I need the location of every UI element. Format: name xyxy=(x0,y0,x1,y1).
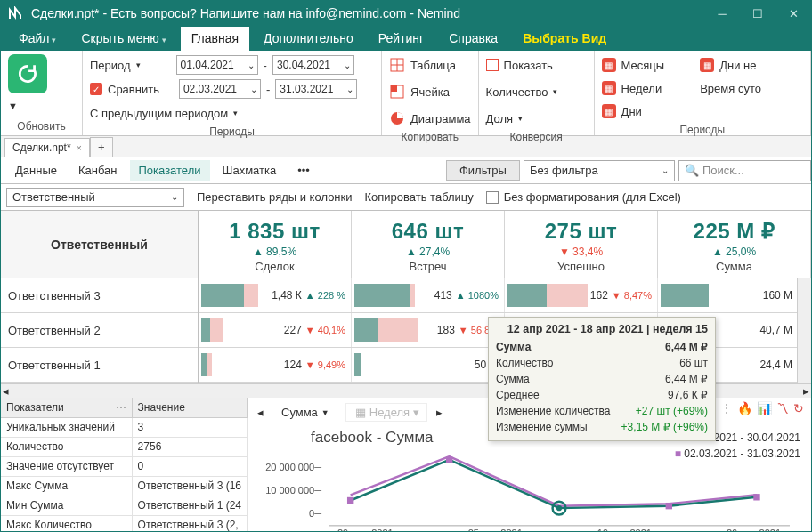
stat-label: Количество xyxy=(1,438,133,457)
toolbar-row: Ответственный⌄ Переставить ряды и колонк… xyxy=(1,184,811,211)
period-months[interactable]: ▦Месяцы xyxy=(602,54,665,76)
table-cell[interactable]: 162▼ 8,47% xyxy=(505,278,658,312)
period-label: Период xyxy=(90,59,131,72)
ribbon: ▼ Обновить Период▾ 01.04.2021⌄ - 30.04.2… xyxy=(1,51,811,136)
subtab-data[interactable]: Данные xyxy=(6,160,66,181)
svg-rect-12 xyxy=(753,494,759,500)
chart-refresh-icon[interactable]: ↻ xyxy=(793,401,804,415)
copy-cell[interactable]: Ячейка xyxy=(389,81,450,102)
chart-wave-icon[interactable]: 〽 xyxy=(776,401,789,415)
table-cell[interactable]: 183▼ 56,8% xyxy=(352,313,505,347)
svg-rect-8 xyxy=(446,456,452,463)
calendar-icon: ▦ xyxy=(602,81,616,95)
add-tab-button[interactable]: + xyxy=(90,137,113,157)
metric-header[interactable]: 275 шт▼ 33,4%Успешно xyxy=(505,211,658,278)
stat-label: Макс Количество xyxy=(1,516,133,532)
subtab-chess[interactable]: Шахматка xyxy=(214,160,286,181)
conv-share[interactable]: Доля▾ xyxy=(486,108,524,129)
refresh-icon[interactable] xyxy=(8,54,47,93)
date-from-1[interactable]: 01.04.2021⌄ xyxy=(176,55,258,75)
metric-header[interactable]: 1 835 шт▲ 89,5%Сделок xyxy=(199,211,352,278)
menu-file[interactable]: Файл xyxy=(8,27,67,51)
close-button[interactable]: ✕ xyxy=(775,1,811,26)
period-days[interactable]: ▦Дни xyxy=(602,101,665,122)
tooltip-title: 12 апр 2021 - 18 апр 2021 | неделя 15 xyxy=(496,323,708,335)
search-input[interactable]: 🔍Поиск... xyxy=(678,160,811,181)
chart-opt-icon[interactable]: ⋮ xyxy=(720,401,733,415)
period-days-week[interactable]: ▦Дни не xyxy=(700,54,761,76)
with-prev-label[interactable]: С предыдущим периодом xyxy=(90,107,228,120)
calendar-icon: ▦ xyxy=(602,58,616,72)
maximize-button[interactable]: ☐ xyxy=(740,1,775,26)
chart-svg xyxy=(329,451,790,528)
table-row: 1,48 К▲ 228 %413▲ 1080%162▼ 8,47%160 М▲ xyxy=(199,278,811,313)
metric-header[interactable]: 646 шт▲ 27,4%Встреч xyxy=(352,211,505,278)
conv-show[interactable]: Показать xyxy=(486,54,553,76)
dimension-select[interactable]: Ответственный⌄ xyxy=(6,188,184,207)
copy-table-btn[interactable]: Копировать таблицу xyxy=(364,190,473,204)
svg-rect-4 xyxy=(391,85,397,92)
subtab-kanban[interactable]: Канбан xyxy=(69,160,126,181)
conv-qty[interactable]: Количество▾ xyxy=(486,81,558,102)
menu-hide[interactable]: Скрыть меню xyxy=(70,27,176,51)
menu-extra[interactable]: Дополнительно xyxy=(253,27,364,51)
subtab-metrics[interactable]: Показатели xyxy=(130,160,210,181)
no-format-checkbox[interactable] xyxy=(486,191,499,204)
table-cell[interactable]: 413▲ 1080% xyxy=(352,278,505,312)
copy-chart[interactable]: Диаграмма xyxy=(389,108,471,129)
menu-rating[interactable]: Рейтинг xyxy=(368,27,434,51)
date-to-1[interactable]: 30.04.2021⌄ xyxy=(272,55,354,75)
chart-bar-icon[interactable]: 📊 xyxy=(757,401,772,415)
svg-rect-11 xyxy=(666,503,672,509)
more-icon[interactable]: ⋯ xyxy=(116,401,126,414)
row-label[interactable]: Ответственный 2 xyxy=(1,313,198,348)
copy-group-label: Копировать xyxy=(382,129,478,146)
table-cell[interactable]: 1,48 К▲ 228 % xyxy=(199,278,352,312)
date-from-2[interactable]: 02.03.2021⌄ xyxy=(179,79,261,99)
compare-checkbox[interactable]: ✓ xyxy=(90,83,102,95)
swap-rows-cols[interactable]: Переставить ряды и колонки xyxy=(197,190,352,204)
menu-select-view[interactable]: Выбрать Вид xyxy=(512,27,617,51)
stat-label: Уникальных значений xyxy=(1,418,133,438)
menu-main[interactable]: Главная xyxy=(181,27,249,51)
doc-tab[interactable]: Сделки.npt*× xyxy=(4,138,90,157)
menu-help[interactable]: Справка xyxy=(438,27,508,51)
filters-button[interactable]: Фильтры xyxy=(446,160,520,181)
cell-icon xyxy=(389,84,405,100)
table-cell[interactable]: 227▼ 40,1% xyxy=(199,313,352,347)
chart-flame-icon[interactable]: 🔥 xyxy=(737,401,752,415)
period-weeks[interactable]: ▦Недели xyxy=(602,77,665,99)
close-tab-icon[interactable]: × xyxy=(77,142,82,153)
no-format-label[interactable]: Без форматирования (для Excel) xyxy=(504,190,681,204)
row-label[interactable]: Ответственный 3 xyxy=(1,278,198,313)
chart-metric-select[interactable]: Сумма ▼ xyxy=(272,404,337,421)
table-cell[interactable]: 124▼ 9,49% xyxy=(199,348,352,382)
minimize-button[interactable]: ─ xyxy=(704,1,740,26)
compare-label[interactable]: Сравнить xyxy=(108,83,159,96)
vertical-scrollbar[interactable] xyxy=(797,278,811,383)
chart-period-select[interactable]: ▦ Неделя ▾ xyxy=(345,403,427,422)
filter-select[interactable]: Без фильтра⌄ xyxy=(524,160,675,181)
table-cell[interactable]: 50▲ xyxy=(352,348,505,382)
search-icon: 🔍 xyxy=(685,164,699,177)
subtab-more[interactable]: ••• xyxy=(288,160,319,181)
date-to-2[interactable]: 31.03.2021⌄ xyxy=(275,79,357,99)
svg-point-10 xyxy=(556,505,562,511)
row-label[interactable]: Ответственный 1 xyxy=(1,348,198,383)
calendar-icon: ▦ xyxy=(602,104,616,118)
metric-header[interactable]: 225 М ₽▲ 25,0%Сумма xyxy=(658,211,811,278)
stats-header-2: Значение xyxy=(133,398,248,418)
periods2-group-label: Периоды xyxy=(595,122,810,139)
stat-value: 0 xyxy=(133,457,248,477)
piechart-icon xyxy=(389,110,405,126)
copy-table[interactable]: Таблица xyxy=(389,54,456,76)
period-timeofday[interactable]: Время суто xyxy=(700,77,761,99)
conv-group-label: Конверсия xyxy=(479,129,594,146)
stat-value: 2756 xyxy=(133,438,248,457)
stats-header-1: Показатели xyxy=(6,401,64,414)
refresh-label[interactable]: Обновить xyxy=(1,118,82,135)
chart-tooltip: 12 апр 2021 - 18 апр 2021 | неделя 15 Су… xyxy=(488,317,716,441)
stat-value: Ответственный 3 (16 xyxy=(133,477,248,496)
subtabs: Данные Канбан Показатели Шахматка ••• Фи… xyxy=(1,157,811,184)
table-cell[interactable]: 160 М▲ xyxy=(658,278,811,312)
